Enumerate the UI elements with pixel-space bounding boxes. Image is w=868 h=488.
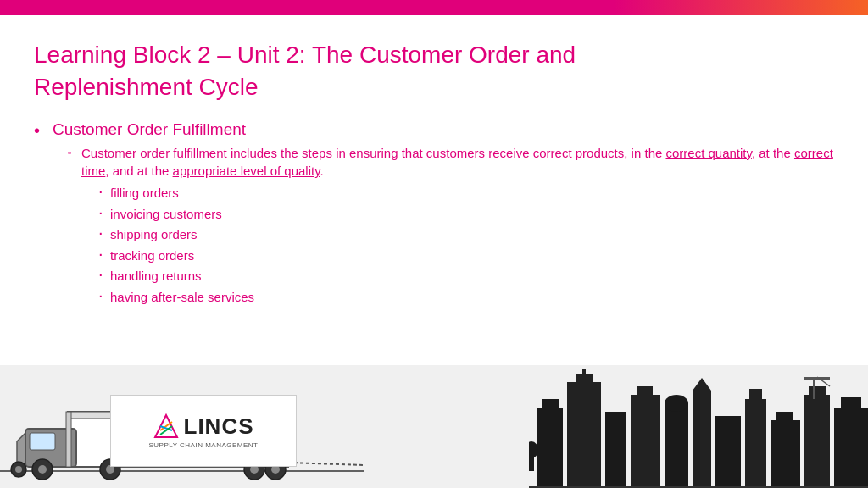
desc-text: Customer order fulfillment includes the … [81,146,833,179]
l1-label: Customer Order Fulfillment [53,120,246,138]
main-bullet-list: Customer Order Fulfillment Customer orde… [34,120,834,308]
bottom-illustration: LINCS SUPPLY CHAIN MANAGEMENT [0,365,868,488]
svg-rect-4 [30,433,55,450]
svg-rect-38 [776,412,793,424]
slide-title: Learning Block 2 – Unit 2: The Customer … [34,39,834,103]
lincs-icon [153,413,179,439]
svg-rect-45 [841,397,861,411]
bullet-customer-order: Customer Order Fulfillment Customer orde… [34,120,834,308]
lincs-subtitle: SUPPLY CHAIN MANAGEMENT [148,441,258,449]
svg-rect-41 [813,378,815,399]
lincs-logo-row: LINCS [153,413,254,440]
lincs-name: LINCS [184,413,254,440]
svg-marker-33 [693,378,711,391]
list-item: having after-sale services [98,288,834,308]
sub-bullet-list: Customer order fulfillment includes the … [53,144,834,308]
lincs-logo-box: LINCS SUPPLY CHAIN MANAGEMENT [110,395,297,467]
top-bar-accent [614,0,868,15]
cityscape-svg [529,365,868,488]
svg-rect-7 [66,412,71,467]
svg-rect-22 [537,408,563,488]
svg-rect-24 [567,382,601,488]
svg-line-6 [288,463,364,465]
svg-rect-28 [631,395,660,488]
svg-rect-39 [804,395,830,488]
svg-rect-27 [605,412,626,488]
svg-rect-35 [745,399,766,488]
svg-rect-32 [693,391,711,488]
list-item: handling returns [98,267,834,286]
svg-rect-26 [582,369,586,378]
svg-rect-23 [542,399,559,412]
detail-bullet-list: filling orders invoicing customers shipp… [81,184,834,307]
term-quantity: correct quantity [665,146,751,160]
list-item: filling orders [98,184,834,203]
svg-rect-37 [771,420,800,488]
svg-rect-29 [637,386,653,398]
svg-rect-40 [809,386,826,398]
city-area [529,365,868,488]
term-quality: appropriate level of quality [173,164,320,178]
truck-area: LINCS SUPPLY CHAIN MANAGEMENT [0,365,364,488]
list-item: shipping orders [98,225,834,245]
svg-point-31 [665,395,688,412]
svg-rect-44 [834,408,868,488]
svg-rect-34 [715,416,741,488]
svg-rect-36 [749,389,762,402]
list-item: invoicing customers [98,205,834,225]
list-item: tracking orders [98,247,834,266]
svg-point-47 [529,441,538,458]
description-item: Customer order fulfillment includes the … [68,144,834,308]
svg-rect-30 [665,403,688,488]
svg-point-9 [38,465,47,474]
top-bar [0,0,868,15]
svg-point-11 [15,466,22,473]
